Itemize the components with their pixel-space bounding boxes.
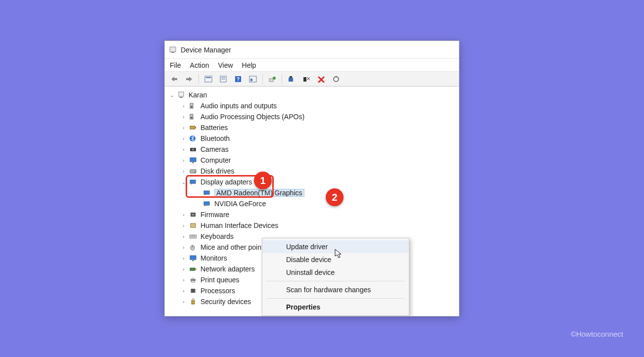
svg-point-12 [273, 77, 276, 80]
context-menu-disable-device[interactable]: Disable device [262, 253, 409, 266]
speaker-icon [189, 102, 198, 110]
svg-rect-53 [191, 289, 195, 293]
svg-rect-48 [190, 268, 195, 270]
toolbar-separator [262, 74, 263, 84]
tree-item-label: Display adapters [200, 178, 252, 186]
svg-rect-28 [190, 158, 196, 162]
tree-item[interactable]: › Batteries [167, 122, 457, 133]
tree-item-label: Computer [200, 156, 231, 164]
svg-rect-46 [190, 256, 196, 260]
tree-item[interactable]: › Audio Processing Objects (APOs) [167, 111, 457, 122]
disable-device-button[interactable] [300, 74, 313, 85]
expand-icon[interactable]: › [181, 244, 187, 250]
svg-point-20 [191, 106, 193, 108]
enable-device-button[interactable] [285, 74, 298, 85]
update-driver-button[interactable] [266, 74, 279, 85]
svg-rect-1 [171, 52, 174, 53]
expand-icon[interactable]: › [181, 277, 187, 283]
speaker-icon [189, 113, 198, 121]
svg-rect-2 [205, 76, 212, 82]
device-manager-window: Device Manager File Action View Help ? [164, 41, 459, 316]
svg-rect-17 [179, 92, 184, 96]
monitor-icon [189, 156, 198, 164]
expand-icon[interactable]: › [181, 223, 187, 228]
context-menu-scan-hardware[interactable]: Scan for hardware changes [262, 283, 409, 296]
menu-help[interactable]: Help [242, 61, 256, 69]
svg-rect-10 [250, 79, 252, 81]
svg-rect-18 [180, 97, 183, 98]
device-tree: ⌄ Karan › Audio inputs and outputs › Aud… [165, 87, 459, 316]
printer-icon [189, 276, 198, 284]
back-button[interactable] [168, 74, 181, 85]
svg-rect-0 [170, 47, 176, 52]
expand-icon[interactable]: › [181, 114, 187, 120]
tree-item-label: Audio inputs and outputs [200, 102, 277, 110]
tree-item[interactable]: › Cameras [167, 144, 457, 155]
expand-icon[interactable]: › [181, 168, 187, 174]
svg-rect-32 [190, 180, 196, 183]
tree-item[interactable]: › Human Interface Devices [167, 220, 457, 231]
tree-root[interactable]: ⌄ Karan [167, 89, 457, 100]
uninstall-device-button[interactable] [315, 74, 328, 85]
show-hidden-button[interactable] [202, 74, 215, 85]
battery-icon [189, 124, 198, 132]
context-menu-separator [266, 298, 405, 299]
expand-icon[interactable]: › [181, 125, 187, 131]
context-menu: Update driver Disable device Uninstall d… [262, 238, 409, 316]
tree-item-label: Batteries [200, 124, 228, 132]
svg-rect-40 [191, 223, 196, 227]
collapse-icon[interactable]: ⌄ [181, 179, 187, 185]
svg-rect-51 [192, 277, 195, 279]
tree-item-label: Print queues [200, 276, 240, 284]
svg-rect-24 [195, 127, 196, 128]
tree-item-nvidia[interactable]: › NVIDIA GeForce [167, 198, 457, 209]
expand-icon[interactable]: › [181, 266, 187, 272]
tree-item-amd-radeon[interactable]: › AMD Radeon(TM) Graphics [167, 187, 457, 198]
camera-icon [189, 145, 198, 153]
tree-item-label: Cameras [200, 145, 229, 153]
properties-button[interactable] [217, 74, 230, 85]
tree-item[interactable]: › Disk drives [167, 166, 457, 177]
expand-icon[interactable]: › [181, 146, 187, 152]
tree-item-label: AMD Radeon(TM) Graphics [214, 189, 304, 197]
hid-icon [189, 222, 198, 229]
context-menu-uninstall-device[interactable]: Uninstall device [262, 266, 409, 279]
tree-item-display-adapters[interactable]: ⌄ Display adapters [167, 177, 457, 187]
svg-rect-33 [191, 183, 192, 184]
svg-rect-37 [204, 205, 206, 206]
svg-rect-39 [192, 214, 195, 216]
expand-icon[interactable]: › [181, 212, 187, 218]
expand-icon[interactable]: › [181, 255, 187, 261]
svg-text:?: ? [237, 77, 240, 82]
expand-icon[interactable]: › [181, 103, 187, 109]
expand-icon[interactable]: › [181, 299, 187, 305]
expand-icon[interactable]: › [181, 288, 187, 294]
svg-rect-36 [204, 202, 209, 205]
menu-file[interactable]: File [170, 61, 181, 69]
help-button[interactable]: ? [232, 74, 245, 85]
svg-rect-15 [303, 77, 306, 82]
callout-2: 2 [326, 188, 344, 206]
scan-button[interactable] [247, 74, 259, 85]
menu-view[interactable]: View [218, 61, 233, 69]
tree-item[interactable]: › Audio inputs and outputs [167, 100, 457, 111]
menu-action[interactable]: Action [190, 61, 209, 69]
firmware-icon [189, 211, 198, 219]
expand-icon[interactable]: › [181, 135, 187, 141]
tree-item[interactable]: › Firmware [167, 209, 457, 220]
collapse-icon[interactable]: ⌄ [169, 92, 175, 98]
context-menu-update-driver[interactable]: Update driver [262, 240, 409, 253]
scan-hardware-button[interactable] [330, 74, 343, 85]
tree-item-label: Audio Processing Objects (APOs) [200, 113, 304, 121]
callout-1: 1 [254, 172, 272, 189]
forward-button[interactable] [183, 74, 196, 85]
expand-icon[interactable]: › [181, 157, 187, 163]
expand-icon[interactable]: › [181, 233, 187, 239]
tree-item[interactable]: › Computer [167, 155, 457, 166]
context-menu-properties[interactable]: Properties [262, 301, 409, 313]
display-adapter-icon [202, 200, 211, 208]
svg-point-31 [195, 172, 196, 173]
tree-item[interactable]: › Bluetooth [167, 133, 457, 144]
svg-rect-47 [192, 260, 194, 261]
monitor-icon [189, 254, 198, 262]
